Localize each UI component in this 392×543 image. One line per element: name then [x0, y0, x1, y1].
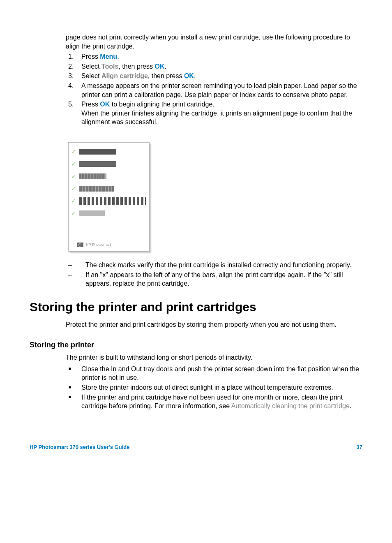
step-4: 4. A message appears on the printer scre…	[68, 81, 362, 99]
alignment-page-figure: ✓ ✓ ✓ ✓ ✓ ✓ HP Photosmart	[68, 142, 150, 252]
intro-paragraph: page does not print correctly when you i…	[66, 33, 362, 51]
storing-printer-list: ● Close the In and Out tray doors and pu…	[68, 365, 362, 411]
step-number: 5.	[68, 100, 81, 127]
note-checkmarks: – The check marks verify that the print …	[68, 261, 362, 270]
tools-label: Tools	[101, 63, 118, 70]
note-text: If an "x" appears to the left of any of …	[85, 270, 362, 288]
step-number: 3.	[68, 72, 81, 81]
step-5: 5. Press OK to begin aligning the print …	[68, 100, 362, 127]
step-3: 3. Select Align cartridge, then press OK…	[68, 72, 362, 81]
align-cartridge-label: Align cartridge	[101, 72, 148, 79]
test-bar	[79, 173, 106, 179]
step-2: 2. Select Tools, then press OK.	[68, 62, 362, 71]
heading-storing-printer: Storing the printer	[30, 340, 362, 350]
ok-label: OK	[100, 101, 110, 108]
bullet-marker: ●	[68, 365, 81, 382]
step-number: 4.	[68, 81, 81, 99]
step-text: Select Align cartridge, then press OK.	[81, 72, 362, 81]
bullet-text: If the printer and print cartridge have …	[81, 393, 362, 411]
test-bar	[79, 210, 105, 216]
heading-storing-printer-cartridges: Storing the printer and print cartridges	[30, 299, 362, 316]
check-icon: ✓	[71, 161, 78, 167]
bullet-close-trays: ● Close the In and Out tray doors and pu…	[68, 365, 362, 382]
step-number: 1.	[68, 52, 81, 61]
step-number: 2.	[68, 62, 81, 71]
step-text: Press OK to begin aligning the print car…	[81, 100, 362, 127]
check-icon: ✓	[71, 185, 78, 192]
step-text: Press Menu.	[81, 52, 362, 61]
bullet-text: Store the printer indoors out of direct …	[81, 383, 362, 392]
bullet-marker: ●	[68, 383, 81, 392]
test-bar	[79, 197, 146, 205]
bullet-store-indoors: ● Store the printer indoors out of direc…	[68, 383, 362, 392]
result-notes-list: – The check marks verify that the print …	[68, 261, 362, 288]
menu-label: Menu	[100, 53, 117, 60]
note-text: The check marks verify that the print ca…	[85, 261, 362, 270]
alignment-steps-list: 1. Press Menu. 2. Select Tools, then pre…	[68, 52, 362, 127]
ok-label: OK	[154, 63, 164, 70]
alignment-page-sample: ✓ ✓ ✓ ✓ ✓ ✓ HP Photosmart	[68, 142, 150, 252]
page-footer: HP Photosmart 370 series User's Guide 37	[30, 444, 362, 451]
bullet-text: Close the In and Out tray doors and push…	[81, 365, 362, 382]
check-icon: ✓	[71, 173, 78, 179]
check-icon: ✓	[71, 210, 78, 216]
step-text: Select Tools, then press OK.	[81, 62, 362, 71]
bullet-clean-cartridge: ● If the printer and print cartridge hav…	[68, 393, 362, 411]
storing-intro: Protect the printer and print cartridges…	[66, 320, 362, 329]
note-x: – If an "x" appears to the left of any o…	[68, 270, 362, 288]
storing-printer-intro: The printer is built to withstand long o…	[66, 353, 362, 362]
step-1: 1. Press Menu.	[68, 52, 362, 61]
dash-marker: –	[68, 270, 85, 288]
footer-page-number: 37	[357, 444, 362, 451]
step-text: A message appears on the printer screen …	[81, 81, 362, 99]
figure-footer-text: HP Photosmart	[86, 242, 111, 247]
dash-marker: –	[68, 261, 85, 270]
check-icon: ✓	[71, 198, 78, 204]
ok-label: OK	[184, 72, 194, 79]
check-icon: ✓	[71, 148, 78, 155]
test-bar	[79, 149, 116, 155]
bullet-marker: ●	[68, 393, 81, 411]
test-bar	[79, 161, 116, 167]
test-bar	[79, 186, 114, 192]
footer-guide-title: HP Photosmart 370 series User's Guide	[30, 444, 129, 451]
hp-logo-icon	[77, 243, 83, 247]
cross-ref-auto-clean[interactable]: Automatically cleaning the print cartrid…	[231, 402, 350, 409]
